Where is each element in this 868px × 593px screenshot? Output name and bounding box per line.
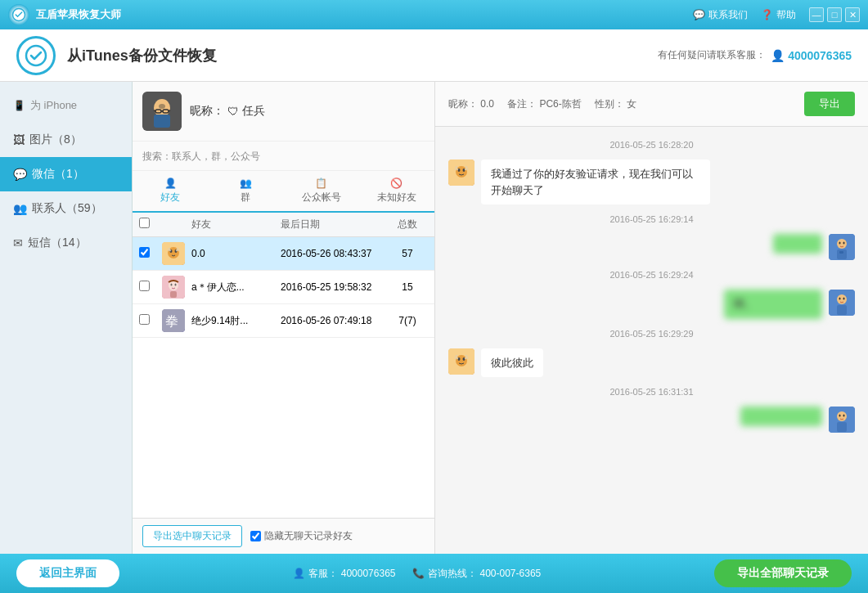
sender-avatar-2 <box>829 234 855 260</box>
col-name-header: 好友 <box>191 218 281 231</box>
header-logo <box>16 36 56 75</box>
svg-point-35 <box>843 298 845 300</box>
svg-text:拳: 拳 <box>165 314 178 328</box>
tab-official[interactable]: 📋 公众帐号 <box>284 171 359 213</box>
contacts-icon: 👥 <box>13 202 27 215</box>
device-icon: 📱 <box>13 100 25 111</box>
support-phone: 👤 4000076365 <box>771 49 852 62</box>
tab-friends[interactable]: 👤 好友 <box>133 171 208 213</box>
chat-remark: 备注： PC6-陈哲 <box>507 97 582 111</box>
chat-icon: 💬 <box>693 9 705 20</box>
message-row-3: 啊。 <box>448 290 855 319</box>
header: 从iTunes备份文件恢复 有任何疑问请联系客服： 👤 4000076365 <box>0 29 868 82</box>
chat-meta: 昵称： 0.0 备注： PC6-陈哲 性别： 女 <box>448 97 636 111</box>
hide-empty-label[interactable]: 隐藏无聊天记录好友 <box>250 529 353 543</box>
contact-date-2: 2016-05-25 19:58:32 <box>281 281 387 293</box>
message-bubble-1: 我通过了你的好友验证请求，现在我们可以开始聊天了 <box>481 159 710 204</box>
row-check-3 <box>139 314 162 327</box>
help-link[interactable]: ❓ 帮助 <box>761 8 796 22</box>
tab-groups[interactable]: 👥 群 <box>208 171 283 213</box>
sidebar-item-wechat[interactable]: 💬 微信（1） <box>0 157 132 191</box>
sidebar-item-photos[interactable]: 🖼 图片（8） <box>0 123 132 157</box>
svg-rect-45 <box>837 422 847 432</box>
tab-strangers[interactable]: 🚫 未知好友 <box>359 171 434 213</box>
sidebar-device: 📱 为 iPhone <box>0 88 132 123</box>
chat-nickname: 昵称： 0.0 <box>448 97 494 111</box>
col-date-header: 最后日期 <box>281 218 387 231</box>
sidebar-item-sms[interactable]: ✉ 短信（14） <box>0 226 132 260</box>
contact-avatar-2 <box>162 276 191 299</box>
sender-avatar-4 <box>448 348 474 375</box>
svg-line-10 <box>169 110 170 111</box>
page-title: 从iTunes备份文件恢复 <box>67 46 658 65</box>
titlebar: 互盾苹果恢复大师 💬 联系我们 ❓ 帮助 — □ ✕ <box>0 0 868 29</box>
export-all-button[interactable]: 导出全部聊天记录 <box>714 559 852 587</box>
contact-checkbox-3[interactable] <box>139 314 150 325</box>
bottom-info: 👤 客服： 4000076365 📞 咨询热线： 400-007-6365 <box>293 567 541 581</box>
help-icon: ❓ <box>761 9 773 20</box>
col-avatar-header <box>162 218 191 231</box>
message-bubble-2 <box>773 234 822 254</box>
maximize-button[interactable]: □ <box>827 7 842 22</box>
minimize-button[interactable]: — <box>809 7 824 22</box>
message-time-2: 2016-05-25 16:29:14 <box>448 214 855 224</box>
table-row[interactable]: 0.0 2016-05-26 08:43:37 57 <box>133 237 434 271</box>
search-placeholder: 搜索：联系人，群，公众号 <box>142 150 260 162</box>
official-tab-icon: 📋 <box>315 177 327 189</box>
svg-point-43 <box>839 415 841 417</box>
message-time-4: 2016-05-25 16:29:29 <box>448 329 855 339</box>
row-check-1 <box>139 247 162 260</box>
person-icon: 👤 <box>771 49 785 62</box>
content-area: 昵称： 🛡 任兵 搜索：联系人，群，公众号 👤 好友 👥 群 <box>133 82 868 554</box>
svg-point-1 <box>26 46 46 65</box>
back-button[interactable]: 返回主界面 <box>16 559 119 587</box>
export-chat-button[interactable]: 导出 <box>804 92 855 116</box>
export-selected-button[interactable]: 导出选中聊天记录 <box>142 525 242 547</box>
sidebar-item-contacts[interactable]: 👥 联系人（59） <box>0 191 132 226</box>
message-bubble-4: 彼此彼此 <box>481 348 543 378</box>
close-button[interactable]: ✕ <box>845 7 860 22</box>
contact-us-link[interactable]: 💬 联系我们 <box>693 8 748 22</box>
svg-point-34 <box>839 298 841 300</box>
user-header: 昵称： 🛡 任兵 <box>133 82 434 142</box>
contact-count-2: 15 <box>387 281 428 293</box>
contacts-table: 0.0 2016-05-26 08:43:37 57 <box>133 237 434 518</box>
check-all-checkbox[interactable] <box>139 218 150 228</box>
contact-name-2: a＊伊人恋... <box>191 281 281 294</box>
groups-tab-icon: 👥 <box>240 177 252 189</box>
svg-point-5 <box>159 104 165 109</box>
message-row-2 <box>448 234 855 260</box>
user-name: 昵称： 🛡 任兵 <box>190 104 265 119</box>
svg-line-9 <box>154 110 155 111</box>
contact-tabs: 👤 好友 👥 群 📋 公众帐号 🚫 未知好友 <box>133 171 434 213</box>
chat-header: 昵称： 0.0 备注： PC6-陈哲 性别： 女 导出 <box>435 82 868 127</box>
avatar-char: 拳 <box>162 309 185 332</box>
table-row[interactable]: a＊伊人恋... 2016-05-25 19:58:32 15 <box>133 271 434 304</box>
shield-icon: 🛡 <box>227 105 239 118</box>
message-row-4: 彼此彼此 <box>448 348 855 378</box>
titlebar-right: 💬 联系我们 ❓ 帮助 — □ ✕ <box>693 7 860 22</box>
contact-date-3: 2016-05-26 07:49:18 <box>281 315 387 326</box>
message-time-3: 2016-05-25 16:29:24 <box>448 270 855 280</box>
col-count-header: 总数 <box>387 218 428 231</box>
chat-gender: 性别： 女 <box>595 97 636 111</box>
contact-name-3: 绝少9.14肘... <box>191 314 281 328</box>
svg-point-17 <box>171 284 173 286</box>
contact-avatar-1 <box>162 242 191 265</box>
contact-checkbox-1[interactable] <box>139 247 150 258</box>
app-title: 互盾苹果恢复大师 <box>36 7 693 22</box>
message-row-1: 我通过了你的好友验证请求，现在我们可以开始聊天了 <box>448 159 855 204</box>
svg-rect-4 <box>154 115 170 128</box>
sms-icon: ✉ <box>13 236 23 249</box>
contact-name-1: 0.0 <box>191 248 281 259</box>
search-bar: 搜索：联系人，群，公众号 <box>133 142 434 171</box>
hide-empty-checkbox[interactable] <box>250 531 261 541</box>
contact-count-1: 57 <box>387 248 428 259</box>
bottombar: 返回主界面 👤 客服： 4000076365 📞 咨询热线： 400-007-6… <box>0 554 868 593</box>
wechat-icon: 💬 <box>13 168 27 181</box>
message-time: 2016-05-25 16:28:20 <box>448 140 855 150</box>
table-row[interactable]: 拳 绝少9.14肘... 2016-05-26 07:49:18 7(7) <box>133 304 434 338</box>
current-user-avatar <box>142 92 182 131</box>
contact-checkbox-2[interactable] <box>139 281 150 291</box>
contact-avatar-3: 拳 <box>162 309 191 332</box>
